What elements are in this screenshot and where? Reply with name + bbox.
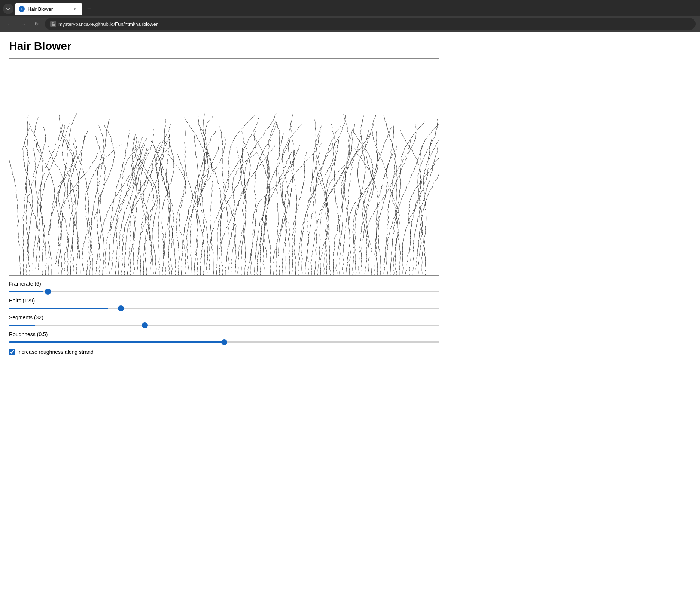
roughness-slider[interactable] bbox=[9, 341, 439, 343]
back-button[interactable]: ← bbox=[4, 19, 15, 29]
forward-button[interactable]: → bbox=[18, 19, 28, 29]
segments-label: Segments (32) bbox=[9, 314, 439, 320]
segments-slider[interactable] bbox=[9, 325, 439, 326]
page-title: Hair Blower bbox=[9, 40, 691, 52]
roughness-control: Roughness (0.5) bbox=[9, 331, 439, 346]
hair-canvas bbox=[9, 59, 439, 275]
framerate-slider[interactable] bbox=[9, 291, 439, 292]
tab-bar: ⊕ Hair Blower × + bbox=[0, 0, 700, 16]
address-text: mysterypancake.github.io/Fun/html/hairbl… bbox=[58, 21, 158, 27]
hair-canvas-container bbox=[9, 58, 439, 276]
framerate-control: Framerate (6) bbox=[9, 281, 439, 295]
tab-title: Hair Blower bbox=[28, 6, 69, 12]
tab-dropdown-button[interactable] bbox=[3, 4, 13, 14]
tab-close-button[interactable]: × bbox=[72, 6, 79, 12]
checkbox-row: Increase roughness along strand bbox=[9, 349, 439, 355]
address-path: /Fun/html/hairblower bbox=[113, 21, 158, 27]
svg-rect-2 bbox=[52, 24, 55, 26]
roughness-slider-container bbox=[9, 338, 439, 346]
new-tab-button[interactable]: + bbox=[84, 4, 94, 14]
browser-chrome: ⊕ Hair Blower × + ← → ↻ mysterypancake.g… bbox=[0, 0, 700, 32]
controls-panel: Framerate (6) Hairs (129) Segments (32) … bbox=[9, 279, 439, 356]
increase-roughness-checkbox[interactable] bbox=[9, 349, 15, 355]
address-domain: mysterypancake.github.io bbox=[58, 21, 113, 27]
roughness-label: Roughness (0.5) bbox=[9, 331, 439, 337]
site-security-icon bbox=[50, 21, 56, 27]
tab-favicon: ⊕ bbox=[19, 6, 25, 12]
tab-item-hairblower[interactable]: ⊕ Hair Blower × bbox=[15, 3, 82, 15]
nav-bar: ← → ↻ mysterypancake.github.io/Fun/html/… bbox=[0, 16, 700, 32]
hairs-label: Hairs (129) bbox=[9, 298, 439, 304]
svg-text:⊕: ⊕ bbox=[21, 8, 23, 10]
hairs-control: Hairs (129) bbox=[9, 298, 439, 312]
framerate-slider-container bbox=[9, 288, 439, 295]
framerate-label: Framerate (6) bbox=[9, 281, 439, 287]
segments-slider-container bbox=[9, 322, 439, 329]
page-content: Hair Blower Framerate (6) Hairs (129) Se… bbox=[0, 32, 700, 364]
address-bar[interactable]: mysterypancake.github.io/Fun/html/hairbl… bbox=[45, 18, 696, 30]
segments-control: Segments (32) bbox=[9, 314, 439, 329]
hairs-slider-container bbox=[9, 305, 439, 312]
reload-button[interactable]: ↻ bbox=[31, 19, 42, 29]
hairs-slider[interactable] bbox=[9, 308, 439, 309]
increase-roughness-label[interactable]: Increase roughness along strand bbox=[17, 349, 94, 355]
